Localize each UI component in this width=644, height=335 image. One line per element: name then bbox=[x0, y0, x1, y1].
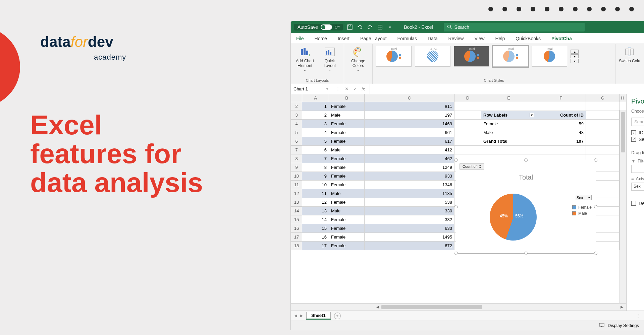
row-header[interactable]: 10 bbox=[291, 172, 302, 181]
row-header[interactable]: 17 bbox=[291, 233, 302, 242]
filter-dropdown-icon[interactable]: ▾ bbox=[530, 113, 534, 117]
cell[interactable]: Male bbox=[481, 128, 536, 137]
cell[interactable]: 14 bbox=[302, 215, 329, 224]
cell[interactable]: Female bbox=[329, 154, 365, 163]
cell[interactable]: 1495 bbox=[365, 233, 454, 242]
cell[interactable] bbox=[454, 146, 481, 154]
cell[interactable]: 412 bbox=[365, 146, 454, 154]
cell[interactable]: 11 bbox=[302, 189, 329, 198]
cell[interactable]: Male bbox=[329, 146, 365, 154]
cell[interactable]: Female bbox=[329, 181, 365, 189]
select-all-corner[interactable] bbox=[291, 94, 302, 102]
name-box[interactable]: Chart 1 ▾ bbox=[291, 84, 331, 94]
cell[interactable] bbox=[586, 102, 620, 111]
cell[interactable] bbox=[454, 137, 481, 146]
pivot-chart[interactable]: Count of ID Total 55% 45% Sex▾ Female Ma… bbox=[456, 160, 596, 254]
table-row[interactable]: 32Male197Row Labels▾Count of ID bbox=[291, 111, 626, 120]
cell[interactable]: Female bbox=[329, 233, 365, 242]
resize-handle[interactable] bbox=[524, 158, 528, 162]
sheet-tab[interactable]: Sheet1 bbox=[306, 312, 331, 320]
cell[interactable]: 933 bbox=[365, 172, 454, 181]
field-search-input[interactable]: Search bbox=[631, 118, 644, 126]
menu-tab-file[interactable]: File bbox=[291, 33, 309, 44]
cell[interactable]: 48 bbox=[536, 128, 586, 137]
cell[interactable]: Female bbox=[329, 120, 365, 128]
cell[interactable]: 6 bbox=[302, 146, 329, 154]
cell[interactable]: 2 bbox=[302, 111, 329, 120]
redo-icon[interactable] bbox=[367, 24, 373, 30]
cell[interactable] bbox=[454, 128, 481, 137]
cell[interactable]: 1346 bbox=[365, 181, 454, 189]
column-header[interactable]: G bbox=[586, 94, 620, 102]
table-row[interactable]: 21Female811 bbox=[291, 102, 626, 111]
cell[interactable]: 3 bbox=[302, 120, 329, 128]
cell[interactable]: 8 bbox=[302, 163, 329, 172]
field-checkbox-sex[interactable]: ✓Sex bbox=[631, 137, 644, 142]
cell[interactable]: 330 bbox=[365, 207, 454, 215]
resize-handle[interactable] bbox=[454, 158, 458, 162]
spreadsheet-grid[interactable]: ABCDEFGH 21Female81132Male197Row Labels▾… bbox=[291, 94, 627, 311]
row-header[interactable]: 4 bbox=[291, 120, 302, 128]
resize-handle[interactable] bbox=[454, 205, 458, 208]
cell[interactable] bbox=[481, 102, 536, 111]
cell[interactable] bbox=[620, 102, 626, 111]
fx-icon[interactable]: fx bbox=[362, 86, 365, 91]
cell[interactable]: 15 bbox=[302, 224, 329, 233]
cell[interactable]: 5 bbox=[302, 137, 329, 146]
menu-tab-page-layout[interactable]: Page Layout bbox=[355, 33, 392, 44]
change-colors-button[interactable]: Change Colors ⌄ bbox=[347, 46, 369, 72]
cell[interactable] bbox=[536, 102, 586, 111]
chevron-down-icon[interactable]: ▾ bbox=[571, 54, 579, 58]
row-header[interactable]: 2 bbox=[291, 102, 302, 111]
cell[interactable] bbox=[586, 128, 620, 137]
search-input[interactable]: Search bbox=[444, 23, 585, 31]
menu-tab-review[interactable]: Review bbox=[443, 33, 469, 44]
cell[interactable] bbox=[586, 146, 620, 154]
resize-handle[interactable] bbox=[594, 158, 597, 162]
chart-style-1[interactable]: Total bbox=[376, 46, 412, 67]
column-header[interactable]: D bbox=[454, 94, 481, 102]
chart-style-3[interactable]: Total bbox=[454, 46, 489, 67]
menu-tab-help[interactable]: Help bbox=[490, 33, 511, 44]
cell[interactable]: 17 bbox=[302, 242, 329, 250]
cell[interactable] bbox=[536, 146, 586, 154]
cell[interactable] bbox=[586, 137, 620, 146]
switch-row-column-button[interactable]: Switch Colu bbox=[619, 46, 640, 63]
cell[interactable] bbox=[454, 102, 481, 111]
add-sheet-button[interactable]: + bbox=[334, 313, 341, 319]
cell[interactable]: 1249 bbox=[365, 163, 454, 172]
tab-scroll-right-icon[interactable]: ▶ bbox=[300, 314, 303, 318]
menu-tab-quickbooks[interactable]: QuickBooks bbox=[510, 33, 546, 44]
cell[interactable]: 13 bbox=[302, 207, 329, 215]
cell[interactable]: 10 bbox=[302, 181, 329, 189]
cell[interactable]: Female bbox=[329, 224, 365, 233]
cell[interactable]: Female bbox=[481, 120, 536, 128]
cell[interactable] bbox=[454, 111, 481, 120]
cancel-icon[interactable]: ✕ bbox=[345, 86, 348, 91]
row-header[interactable]: 13 bbox=[291, 198, 302, 207]
cell[interactable]: 661 bbox=[365, 128, 454, 137]
row-header[interactable]: 18 bbox=[291, 242, 302, 250]
chevron-down-icon[interactable]: ▾ bbox=[326, 87, 328, 91]
resize-handle[interactable] bbox=[594, 252, 597, 255]
cell[interactable]: Female bbox=[329, 215, 365, 224]
chart-style-scroll[interactable]: ▴▾▾ bbox=[571, 50, 579, 63]
row-header[interactable]: 7 bbox=[291, 146, 302, 154]
column-header[interactable]: F bbox=[536, 94, 586, 102]
cell[interactable]: Female bbox=[329, 137, 365, 146]
autosave-toggle[interactable]: AutoSave Off bbox=[294, 24, 343, 30]
cell[interactable]: Count of ID bbox=[536, 111, 586, 120]
table-row[interactable]: 54Female661Male48 bbox=[291, 128, 626, 137]
row-header[interactable]: 9 bbox=[291, 163, 302, 172]
quick-layout-button[interactable]: Quick Layout ⌄ bbox=[319, 46, 340, 72]
enter-icon[interactable]: ✓ bbox=[353, 86, 357, 91]
undo-icon[interactable] bbox=[357, 24, 363, 30]
row-header[interactable]: 11 bbox=[291, 181, 302, 189]
cell[interactable]: 107 bbox=[536, 137, 586, 146]
menu-tab-view[interactable]: View bbox=[469, 33, 490, 44]
cell[interactable]: 197 bbox=[365, 111, 454, 120]
chart-style-5[interactable]: Total bbox=[532, 46, 567, 67]
row-header[interactable]: 6 bbox=[291, 137, 302, 146]
cell[interactable] bbox=[586, 111, 620, 120]
chart-style-2[interactable]: TOTAL bbox=[415, 46, 450, 67]
